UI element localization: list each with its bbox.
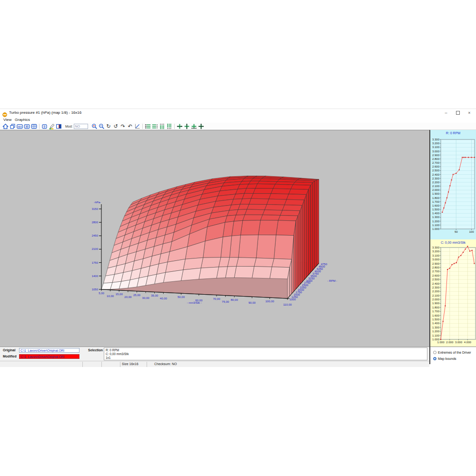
svg-text:2.600: 2.600: [432, 274, 440, 277]
svg-text:2.900: 2.900: [432, 154, 440, 157]
svg-text:1.000: 1.000: [437, 341, 445, 344]
svg-text:1.800: 1.800: [432, 306, 440, 309]
chart-line-button[interactable]: [134, 123, 141, 129]
svg-text:100,00: 100,00: [266, 300, 275, 303]
svg-text:1.500: 1.500: [432, 318, 440, 321]
svg-text:80,00: 80,00: [231, 298, 238, 301]
svg-text:1.300: 1.300: [432, 216, 440, 218]
toolbar-separator: [174, 124, 175, 129]
svg-text:- mm3/Stk -: - mm3/Stk -: [187, 301, 202, 304]
svg-text:50: 50: [455, 230, 458, 233]
selection-row: R: 0 RPM: [106, 348, 426, 352]
svg-text:110,00: 110,00: [283, 303, 292, 306]
rotate-up-button[interactable]: ↶: [127, 123, 134, 129]
svg-text:3.000: 3.000: [432, 150, 440, 153]
rotate-ccw-button[interactable]: ↺: [112, 123, 119, 129]
svg-text:1.100: 1.100: [432, 334, 440, 337]
copy-button[interactable]: [9, 123, 16, 129]
home-button[interactable]: [2, 123, 9, 129]
2d-view-button[interactable]: 2D: [23, 123, 30, 129]
svg-text:3.200: 3.200: [432, 250, 440, 253]
compare-view-button[interactable]: [55, 123, 62, 129]
svg-text:20,00: 20,00: [124, 296, 132, 298]
svg-text:2.500: 2.500: [432, 278, 440, 281]
svg-text:35,00: 35,00: [151, 294, 159, 297]
interp-horizontal-button[interactable]: [176, 123, 183, 129]
svg-text:1.900: 1.900: [432, 192, 440, 195]
rows-shift-left-button[interactable]: [144, 123, 151, 129]
edit-pencil-button[interactable]: [48, 123, 55, 129]
svg-text:1.600: 1.600: [432, 314, 440, 317]
interp-vertical-button[interactable]: [183, 123, 190, 129]
svg-text:3.100: 3.100: [432, 254, 440, 257]
rotate-cw-button[interactable]: ↻: [105, 123, 112, 129]
svg-text:2D: 2D: [25, 125, 29, 128]
svg-text:25,00: 25,00: [133, 294, 141, 297]
svg-text:75,00: 75,00: [222, 300, 229, 303]
side-profile-column: R: 0 RPM 1.0001.1001.2001.3001.4001.5001…: [429, 130, 476, 364]
selection-info-box: R: 0 RPM C: 0,00 mm3/Stk 1x1: [104, 347, 427, 360]
rows-shift-right-button[interactable]: [151, 123, 159, 129]
cols-shift-up-button[interactable]: [159, 123, 166, 129]
interp-row-button[interactable]: [190, 123, 198, 129]
svg-text:-hPa-: -hPa-: [94, 201, 101, 204]
svg-text:2.500: 2.500: [432, 169, 440, 172]
file-info-bar: Original C:\1_Lavoro\Driver\Original.ORI…: [0, 347, 429, 361]
svg-text:2800: 2800: [92, 221, 99, 224]
zoom-out-button[interactable]: [98, 123, 105, 129]
original-path-field[interactable]: C:\1_Lavoro\Driver\Original.ORI: [19, 348, 79, 353]
svg-text:2.000: 2.000: [432, 188, 440, 191]
radio-map-bounds-label: Map bounds: [438, 357, 456, 360]
surface-plot-canvas[interactable]: 1050140017502100245028003150-hPa-5,0010,…: [0, 130, 429, 347]
svg-text:3.300: 3.300: [432, 246, 440, 249]
svg-text:10,00: 10,00: [107, 295, 114, 298]
close-button[interactable]: ×: [466, 109, 473, 116]
selection-col: C: 0,00 mm3/Stk: [106, 352, 426, 356]
svg-text:1.200: 1.200: [432, 220, 440, 223]
rotate-down-button[interactable]: ↷: [119, 123, 127, 129]
statusbar-divider: [82, 362, 83, 367]
radio-extremes-of-driver[interactable]: Extremes of the Driver: [433, 350, 471, 355]
svg-text:30,00: 30,00: [142, 297, 150, 299]
mod-field-group: Mod:NO: [65, 124, 88, 129]
menu-graphics[interactable]: Graphics: [15, 118, 30, 122]
interp-all-button[interactable]: [198, 123, 205, 129]
svg-text:2.800: 2.800: [432, 266, 440, 269]
maximize-button[interactable]: [455, 109, 461, 116]
menu-view[interactable]: View: [3, 118, 11, 122]
svg-text:1.700: 1.700: [432, 310, 440, 313]
cols-shift-down-button[interactable]: [166, 123, 173, 129]
mod-input[interactable]: NO: [74, 124, 88, 129]
svg-text:90,00: 90,00: [248, 301, 256, 304]
svg-text:1400: 1400: [92, 275, 99, 278]
svg-text:5,00: 5,00: [99, 292, 104, 295]
selection-size: 1x1: [106, 356, 426, 360]
svg-text:1.300: 1.300: [432, 326, 440, 329]
table-view-button[interactable]: [30, 123, 38, 129]
toolbar-separator: [142, 124, 143, 129]
hex-view-button[interactable]: HEX: [16, 123, 23, 129]
surface-3d-chart: 1050140017502100245028003150-hPa-5,0010,…: [0, 130, 429, 347]
status-size: Size 16x16: [122, 362, 139, 366]
row-profile-chart[interactable]: 1.0001.1001.2001.3001.4001.5001.6001.700…: [430, 130, 476, 239]
radio-map-bounds[interactable]: Map bounds: [433, 356, 456, 361]
svg-text:2100: 2100: [92, 248, 99, 250]
svg-text:3.300: 3.300: [432, 138, 440, 141]
zoom-in-button[interactable]: [91, 123, 98, 129]
minimize-button[interactable]: –: [443, 109, 449, 116]
mod-label: Mod:: [65, 125, 73, 128]
data-box-button[interactable]: D: [41, 123, 48, 129]
svg-text:2.300: 2.300: [432, 177, 440, 180]
column-profile-chart[interactable]: 1.0001.1001.2001.3001.4001.5001.6001.700…: [430, 239, 476, 347]
original-label: Original: [3, 348, 15, 352]
modified-path-field[interactable]: C:\1_Lavoro\Driver\Original.ORI: [19, 354, 79, 359]
maximize-icon: [456, 111, 460, 115]
app-window: Turbo pressure #1 (hPa) (map 1/8) - 16x1…: [0, 109, 476, 367]
statusbar: Size 16x16 Checksum: NO: [0, 361, 429, 367]
svg-text:70,00: 70,00: [213, 298, 220, 300]
statusbar-divider: [120, 362, 120, 367]
svg-text:3.000: 3.000: [455, 341, 463, 344]
svg-text:2.400: 2.400: [432, 282, 440, 285]
svg-text:2.100: 2.100: [432, 185, 440, 188]
bounds-options: Extremes of the Driver Map bounds: [430, 347, 476, 364]
